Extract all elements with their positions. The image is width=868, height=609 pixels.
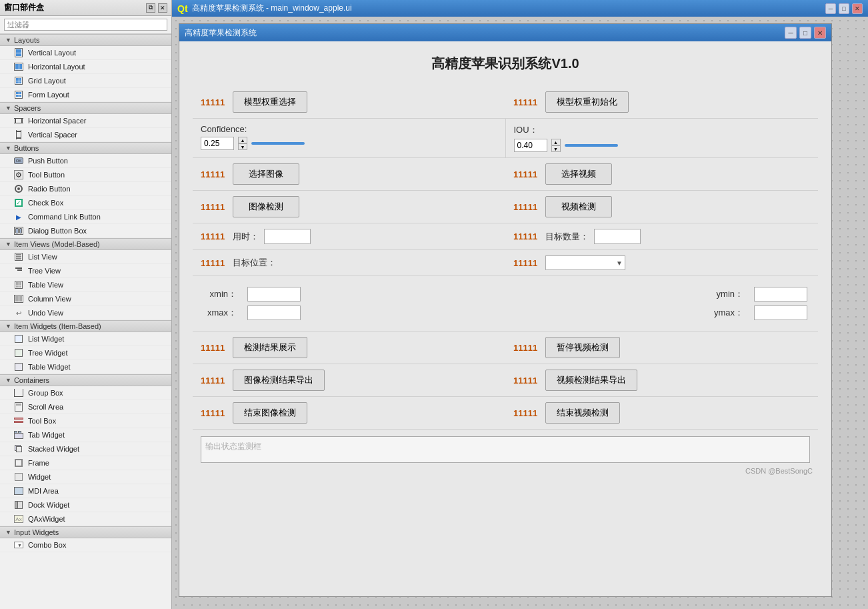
item-tree-widget[interactable]: Tree Widget	[0, 346, 171, 360]
conf-iou-row: Confidence: ▲ ▼ IOU：	[193, 119, 818, 158]
output-status-box: 输出状态监测框	[201, 436, 810, 463]
btn-end-image[interactable]: 结束图像检测	[233, 402, 307, 424]
btn-detect-image[interactable]: 图像检测	[233, 196, 299, 217]
dialog-button-box-label: Dialog Button Box	[28, 227, 87, 235]
qt-min-btn[interactable]: ─	[825, 3, 836, 14]
tree-widget-label: Tree Widget	[28, 349, 68, 357]
xmin-input[interactable]	[247, 287, 301, 301]
btn-detect-video[interactable]: 视频检测	[545, 196, 612, 217]
section-spacers[interactable]: ▼ Spacers	[0, 102, 171, 114]
item-column-view[interactable]: Column View	[0, 292, 171, 306]
left-panel-float-btn[interactable]: ⧉	[146, 3, 155, 13]
item-form-layout[interactable]: Form Layout	[0, 88, 171, 102]
confidence-spin-up[interactable]: ▲	[238, 137, 247, 143]
detect-video-content: 视频检测	[545, 196, 810, 217]
item-vertical-layout[interactable]: Vertical Layout	[0, 46, 171, 60]
btn-pause-video[interactable]: 暂停视频检测	[545, 337, 620, 358]
xmax-input[interactable]	[247, 306, 301, 320]
item-tool-button[interactable]: ⚙ Tool Button	[0, 168, 171, 182]
item-list-widget[interactable]: List Widget	[0, 332, 171, 346]
iou-input[interactable]	[514, 139, 547, 152]
pause-video-cell: 11111 暂停视频检测	[505, 332, 818, 364]
item-tree-view[interactable]: Tree View	[0, 264, 171, 278]
item-combo-box[interactable]: Combo Box	[0, 538, 171, 552]
section-layouts[interactable]: ▼ Layouts	[0, 34, 171, 46]
xmin-ymin-row: xmin： ymin：	[203, 287, 807, 301]
select-row: 11111 选择图像 11111 选择视频	[193, 158, 818, 191]
item-grid-layout[interactable]: Grid Layout	[0, 74, 171, 88]
item-vertical-spacer[interactable]: Vertical Spacer	[0, 128, 171, 142]
btn-export-video[interactable]: 视频检测结果导出	[545, 370, 637, 391]
qt-max-btn[interactable]: □	[839, 3, 849, 14]
tool-button-label: Tool Button	[28, 171, 65, 179]
app-close-btn[interactable]: ✕	[814, 27, 826, 39]
btn-model-select[interactable]: 模型权重选择	[233, 91, 307, 113]
item-list-view[interactable]: List View	[0, 250, 171, 264]
section-input-widgets-label: Input Widgets	[14, 528, 59, 536]
time-input[interactable]	[264, 229, 311, 244]
item-dialog-button-box[interactable]: Dialog Button Box	[0, 224, 171, 238]
item-dock-widget[interactable]: Dock Widget	[0, 498, 171, 512]
app-min-btn[interactable]: ─	[785, 27, 797, 39]
item-radio-button[interactable]: Radio Button	[0, 182, 171, 196]
section-item-widgets[interactable]: ▼ Item Widgets (Item-Based)	[0, 320, 171, 332]
left-panel-title: 窗口部件盒	[4, 2, 44, 13]
label-dropdown-11111: 11111	[513, 258, 540, 268]
section-spacers-arrow: ▼	[5, 105, 11, 111]
confidence-input[interactable]	[201, 137, 234, 150]
section-buttons[interactable]: ▼ Buttons	[0, 142, 171, 154]
target-pos-dropdown[interactable]	[545, 255, 625, 270]
item-push-button[interactable]: OK Push Button	[0, 154, 171, 168]
confidence-spin-down[interactable]: ▼	[238, 143, 247, 150]
item-scroll-area[interactable]: Scroll Area	[0, 400, 171, 414]
item-group-box[interactable]: Group Box	[0, 386, 171, 400]
item-tool-box[interactable]: Tool Box	[0, 414, 171, 428]
ymin-input[interactable]	[754, 287, 807, 301]
section-item-views[interactable]: ▼ Item Views (Model-Based)	[0, 238, 171, 250]
iou-label: IOU：	[514, 124, 811, 136]
item-mdi-area[interactable]: MDI Area	[0, 484, 171, 498]
item-horizontal-layout[interactable]: Horizontal Layout	[0, 60, 171, 74]
filter-input[interactable]	[4, 19, 167, 31]
btn-select-video[interactable]: 选择视频	[545, 163, 612, 185]
app-window-title-text: 高精度苹果检测系统	[185, 27, 257, 39]
mdi-area-label: MDI Area	[28, 487, 59, 495]
iou-spin-up[interactable]: ▲	[551, 139, 561, 145]
list-view-icon	[13, 251, 24, 262]
section-input-widgets[interactable]: ▼ Input Widgets	[0, 526, 171, 538]
item-widget[interactable]: Widget	[0, 470, 171, 484]
item-check-box[interactable]: ✓ Check Box	[0, 196, 171, 210]
item-horizontal-spacer[interactable]: Horizontal Spacer	[0, 114, 171, 128]
iou-spin-down[interactable]: ▼	[551, 145, 561, 152]
item-frame[interactable]: Frame	[0, 456, 171, 470]
btn-show-result[interactable]: 检测结果展示	[233, 337, 307, 358]
target-count-input[interactable]	[594, 229, 641, 244]
item-qax-widget[interactable]: Ax QAxWidget	[0, 512, 171, 526]
end-image-cell: 11111 结束图像检测	[193, 397, 505, 430]
item-table-view[interactable]: Table View	[0, 278, 171, 292]
btn-export-image[interactable]: 图像检测结果导出	[233, 370, 325, 391]
ymax-input[interactable]	[754, 306, 807, 320]
item-table-widget[interactable]: Table Widget	[0, 360, 171, 374]
btn-select-image[interactable]: 选择图像	[233, 163, 299, 185]
iou-slider[interactable]	[565, 144, 618, 147]
confidence-slider[interactable]	[251, 142, 305, 145]
radio-button-label: Radio Button	[28, 185, 71, 193]
group-box-icon	[13, 388, 24, 398]
left-panel-close-btn[interactable]: ✕	[158, 3, 167, 13]
qt-close-btn[interactable]: ✕	[852, 3, 863, 14]
app-max-btn[interactable]: □	[799, 27, 811, 39]
export-video-content: 视频检测结果导出	[545, 370, 810, 391]
widget-icon	[13, 472, 24, 482]
item-command-link-button[interactable]: Command Link Button	[0, 210, 171, 224]
btn-end-video[interactable]: 结束视频检测	[545, 402, 620, 424]
item-tab-widget[interactable]: Tab Widget	[0, 428, 171, 442]
undo-view-label: Undo View	[28, 309, 63, 317]
end-image-content: 结束图像检测	[233, 402, 497, 424]
select-image-cell: 11111 选择图像	[193, 158, 505, 191]
item-undo-view[interactable]: ↩ Undo View	[0, 306, 171, 320]
tool-button-icon: ⚙	[13, 169, 24, 180]
section-containers[interactable]: ▼ Containers	[0, 374, 171, 386]
btn-model-reinit[interactable]: 模型权重初始化	[545, 91, 629, 113]
item-stacked-widget[interactable]: Stacked Widget	[0, 442, 171, 456]
